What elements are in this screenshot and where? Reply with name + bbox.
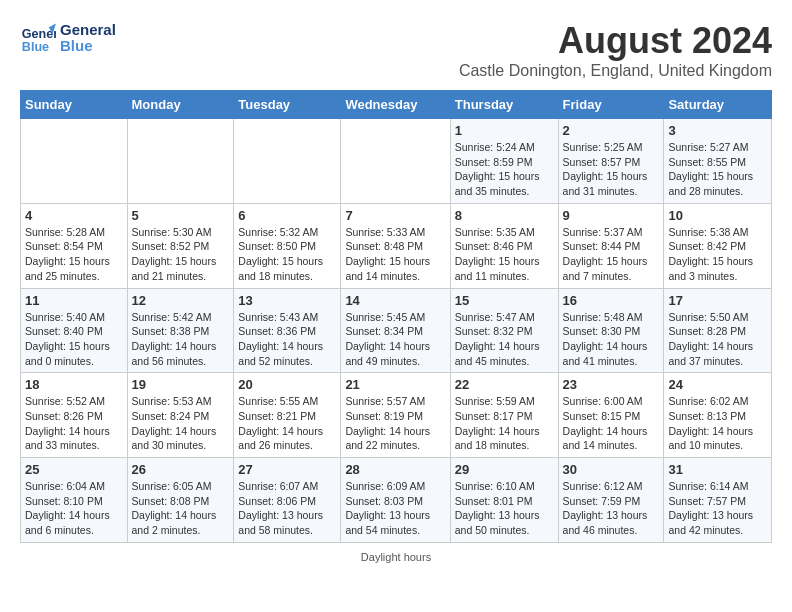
calendar-cell: 20Sunrise: 5:55 AM Sunset: 8:21 PM Dayli…: [234, 373, 341, 458]
day-number: 27: [238, 462, 336, 477]
day-number: 5: [132, 208, 230, 223]
calendar-header-cell: Saturday: [664, 91, 772, 119]
title-area: August 2024 Castle Donington, England, U…: [459, 20, 772, 80]
calendar-cell: [341, 119, 450, 204]
day-number: 28: [345, 462, 445, 477]
day-info: Sunrise: 6:10 AM Sunset: 8:01 PM Dayligh…: [455, 479, 554, 538]
logo-text: General: [60, 22, 116, 39]
calendar-cell: 21Sunrise: 5:57 AM Sunset: 8:19 PM Dayli…: [341, 373, 450, 458]
day-number: 21: [345, 377, 445, 392]
day-info: Sunrise: 5:40 AM Sunset: 8:40 PM Dayligh…: [25, 310, 123, 369]
calendar-cell: 24Sunrise: 6:02 AM Sunset: 8:13 PM Dayli…: [664, 373, 772, 458]
calendar-week-row: 25Sunrise: 6:04 AM Sunset: 8:10 PM Dayli…: [21, 458, 772, 543]
day-info: Sunrise: 6:00 AM Sunset: 8:15 PM Dayligh…: [563, 394, 660, 453]
calendar-cell: 15Sunrise: 5:47 AM Sunset: 8:32 PM Dayli…: [450, 288, 558, 373]
day-number: 9: [563, 208, 660, 223]
day-info: Sunrise: 5:38 AM Sunset: 8:42 PM Dayligh…: [668, 225, 767, 284]
calendar-cell: 26Sunrise: 6:05 AM Sunset: 8:08 PM Dayli…: [127, 458, 234, 543]
calendar-cell: 7Sunrise: 5:33 AM Sunset: 8:48 PM Daylig…: [341, 203, 450, 288]
day-info: Sunrise: 6:12 AM Sunset: 7:59 PM Dayligh…: [563, 479, 660, 538]
day-number: 29: [455, 462, 554, 477]
calendar-cell: 4Sunrise: 5:28 AM Sunset: 8:54 PM Daylig…: [21, 203, 128, 288]
calendar-cell: 9Sunrise: 5:37 AM Sunset: 8:44 PM Daylig…: [558, 203, 664, 288]
calendar-week-row: 11Sunrise: 5:40 AM Sunset: 8:40 PM Dayli…: [21, 288, 772, 373]
day-info: Sunrise: 5:59 AM Sunset: 8:17 PM Dayligh…: [455, 394, 554, 453]
day-info: Sunrise: 6:07 AM Sunset: 8:06 PM Dayligh…: [238, 479, 336, 538]
day-number: 31: [668, 462, 767, 477]
calendar-cell: 8Sunrise: 5:35 AM Sunset: 8:46 PM Daylig…: [450, 203, 558, 288]
calendar-cell: 19Sunrise: 5:53 AM Sunset: 8:24 PM Dayli…: [127, 373, 234, 458]
day-number: 13: [238, 293, 336, 308]
calendar-cell: [127, 119, 234, 204]
logo-blue: Blue: [60, 38, 116, 55]
calendar-cell: 23Sunrise: 6:00 AM Sunset: 8:15 PM Dayli…: [558, 373, 664, 458]
day-number: 10: [668, 208, 767, 223]
calendar-header-cell: Tuesday: [234, 91, 341, 119]
day-info: Sunrise: 6:02 AM Sunset: 8:13 PM Dayligh…: [668, 394, 767, 453]
calendar-cell: 14Sunrise: 5:45 AM Sunset: 8:34 PM Dayli…: [341, 288, 450, 373]
calendar-cell: 12Sunrise: 5:42 AM Sunset: 8:38 PM Dayli…: [127, 288, 234, 373]
daylight-label: Daylight hours: [361, 551, 431, 563]
day-info: Sunrise: 5:55 AM Sunset: 8:21 PM Dayligh…: [238, 394, 336, 453]
location-title: Castle Donington, England, United Kingdo…: [459, 62, 772, 80]
calendar-cell: 22Sunrise: 5:59 AM Sunset: 8:17 PM Dayli…: [450, 373, 558, 458]
calendar-header-cell: Friday: [558, 91, 664, 119]
calendar-cell: 29Sunrise: 6:10 AM Sunset: 8:01 PM Dayli…: [450, 458, 558, 543]
calendar-header-cell: Thursday: [450, 91, 558, 119]
day-number: 1: [455, 123, 554, 138]
day-number: 6: [238, 208, 336, 223]
calendar-cell: 1Sunrise: 5:24 AM Sunset: 8:59 PM Daylig…: [450, 119, 558, 204]
day-number: 23: [563, 377, 660, 392]
calendar-cell: 5Sunrise: 5:30 AM Sunset: 8:52 PM Daylig…: [127, 203, 234, 288]
day-number: 17: [668, 293, 767, 308]
calendar-cell: 10Sunrise: 5:38 AM Sunset: 8:42 PM Dayli…: [664, 203, 772, 288]
day-number: 18: [25, 377, 123, 392]
day-number: 26: [132, 462, 230, 477]
calendar-cell: 31Sunrise: 6:14 AM Sunset: 7:57 PM Dayli…: [664, 458, 772, 543]
calendar-header-row: SundayMondayTuesdayWednesdayThursdayFrid…: [21, 91, 772, 119]
day-number: 25: [25, 462, 123, 477]
day-number: 7: [345, 208, 445, 223]
day-info: Sunrise: 6:04 AM Sunset: 8:10 PM Dayligh…: [25, 479, 123, 538]
day-number: 20: [238, 377, 336, 392]
month-title: August 2024: [459, 20, 772, 62]
calendar-cell: 11Sunrise: 5:40 AM Sunset: 8:40 PM Dayli…: [21, 288, 128, 373]
day-info: Sunrise: 5:45 AM Sunset: 8:34 PM Dayligh…: [345, 310, 445, 369]
day-number: 3: [668, 123, 767, 138]
day-number: 14: [345, 293, 445, 308]
day-number: 2: [563, 123, 660, 138]
day-info: Sunrise: 5:50 AM Sunset: 8:28 PM Dayligh…: [668, 310, 767, 369]
day-number: 16: [563, 293, 660, 308]
calendar-cell: [234, 119, 341, 204]
day-info: Sunrise: 5:24 AM Sunset: 8:59 PM Dayligh…: [455, 140, 554, 199]
day-info: Sunrise: 5:25 AM Sunset: 8:57 PM Dayligh…: [563, 140, 660, 199]
day-number: 11: [25, 293, 123, 308]
calendar-header-cell: Sunday: [21, 91, 128, 119]
day-info: Sunrise: 5:35 AM Sunset: 8:46 PM Dayligh…: [455, 225, 554, 284]
day-info: Sunrise: 5:47 AM Sunset: 8:32 PM Dayligh…: [455, 310, 554, 369]
day-number: 22: [455, 377, 554, 392]
calendar-cell: 13Sunrise: 5:43 AM Sunset: 8:36 PM Dayli…: [234, 288, 341, 373]
day-number: 24: [668, 377, 767, 392]
day-info: Sunrise: 5:28 AM Sunset: 8:54 PM Dayligh…: [25, 225, 123, 284]
calendar-cell: 25Sunrise: 6:04 AM Sunset: 8:10 PM Dayli…: [21, 458, 128, 543]
calendar-cell: 30Sunrise: 6:12 AM Sunset: 7:59 PM Dayli…: [558, 458, 664, 543]
day-number: 19: [132, 377, 230, 392]
day-info: Sunrise: 6:09 AM Sunset: 8:03 PM Dayligh…: [345, 479, 445, 538]
calendar-week-row: 1Sunrise: 5:24 AM Sunset: 8:59 PM Daylig…: [21, 119, 772, 204]
day-info: Sunrise: 5:30 AM Sunset: 8:52 PM Dayligh…: [132, 225, 230, 284]
calendar-cell: 18Sunrise: 5:52 AM Sunset: 8:26 PM Dayli…: [21, 373, 128, 458]
calendar-cell: 2Sunrise: 5:25 AM Sunset: 8:57 PM Daylig…: [558, 119, 664, 204]
calendar-cell: 6Sunrise: 5:32 AM Sunset: 8:50 PM Daylig…: [234, 203, 341, 288]
logo-icon: General Blue: [20, 20, 56, 56]
calendar-table: SundayMondayTuesdayWednesdayThursdayFrid…: [20, 90, 772, 543]
day-info: Sunrise: 5:53 AM Sunset: 8:24 PM Dayligh…: [132, 394, 230, 453]
calendar-cell: [21, 119, 128, 204]
svg-text:Blue: Blue: [22, 40, 49, 54]
footer: Daylight hours: [20, 551, 772, 563]
calendar-header-cell: Monday: [127, 91, 234, 119]
day-number: 4: [25, 208, 123, 223]
calendar-cell: 27Sunrise: 6:07 AM Sunset: 8:06 PM Dayli…: [234, 458, 341, 543]
calendar-week-row: 18Sunrise: 5:52 AM Sunset: 8:26 PM Dayli…: [21, 373, 772, 458]
day-info: Sunrise: 5:52 AM Sunset: 8:26 PM Dayligh…: [25, 394, 123, 453]
